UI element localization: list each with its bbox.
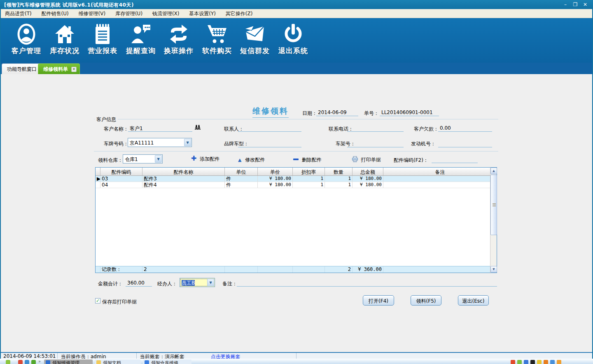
order-no-field[interactable]: LL2014060901-0001 (380, 108, 439, 116)
tray-icon[interactable] (530, 360, 535, 364)
notepad-icon (84, 22, 121, 46)
remark-label: 备注： (222, 280, 237, 287)
menu-item-cashflow-management[interactable]: 钱流管理(X) (148, 9, 184, 18)
toolbar-exit-system[interactable]: 退出系统 (274, 22, 312, 60)
taskbar-button[interactable]: 领智仓库维修 (143, 359, 191, 364)
open-button[interactable]: 打开(F4) (363, 295, 394, 306)
tray-icon[interactable] (517, 360, 522, 364)
status-bar: 2014-06-09 14:53:01 当前操作员：admin 当前账套：演示帐… (0, 352, 593, 359)
menu-item-other-operations[interactable]: 其它操作(Z) (222, 9, 257, 18)
close-button[interactable]: ✕ (581, 1, 590, 8)
tray-icon[interactable] (557, 360, 561, 364)
engine-field[interactable] (438, 139, 492, 147)
phone-field[interactable] (347, 124, 404, 132)
chevron-down-icon[interactable]: ▼ (207, 279, 214, 286)
check-icon: ✓ (96, 298, 100, 303)
triangle-up-icon: ▲ (238, 157, 241, 163)
restore-button[interactable]: ❐ (571, 1, 580, 8)
quicklaunch-icon[interactable] (18, 360, 23, 364)
app-icon (145, 360, 149, 364)
plate-label: 车牌号码： (104, 140, 128, 147)
cell-part-name: 配件3 (142, 176, 225, 182)
scroll-up-icon[interactable]: ▲ (490, 168, 497, 174)
quicklaunch-icon[interactable] (25, 360, 29, 364)
print-after-save-checkbox[interactable]: ✓ (95, 298, 100, 303)
vertical-scrollbar[interactable]: ▲ ▼ (490, 168, 497, 273)
taskbar-button-active[interactable]: 领智维修管理 (44, 359, 93, 364)
toolbar-shift-change[interactable]: 换班操作 (160, 22, 198, 60)
quicklaunch-icon[interactable] (6, 360, 10, 364)
chevron-down-icon[interactable]: ▼ (184, 139, 191, 146)
table-row[interactable]: 04 配件4 件 ¥ 180.00 1 1 ¥ 180.00 (96, 182, 497, 188)
operator-combobox[interactable]: 员工B ▼ (180, 278, 215, 287)
tab-repair-material-order[interactable]: 维修领料单 ✕ (38, 63, 80, 74)
date-field[interactable]: 2014-06-09 (316, 108, 358, 116)
remark-field[interactable] (237, 278, 497, 287)
customer-name-field[interactable]: 客户1 (128, 124, 192, 132)
scrollbar-thumb[interactable] (490, 175, 497, 235)
col-amount[interactable]: 总金额 (353, 168, 383, 175)
tab-function-navigation[interactable]: 功能导航窗口 (2, 63, 42, 74)
toolbar-business-report[interactable]: 营业报表 (84, 22, 121, 60)
debt-field[interactable]: 0.00 (438, 124, 492, 132)
contact-field[interactable] (238, 124, 301, 132)
menu-item-basic-settings[interactable]: 基本设置(Y) (185, 9, 220, 18)
cell-remark (383, 176, 497, 182)
tray-icon[interactable] (511, 360, 515, 364)
tray-icon[interactable] (537, 360, 542, 364)
toolbar-sms-broadcast[interactable]: 短信群发 (236, 22, 274, 60)
window-title: [领智]汽车维修管理系统 试用版v6.1(试用期还有40天) (4, 2, 134, 9)
vin-field[interactable] (347, 139, 404, 147)
col-unit[interactable]: 单位 (225, 168, 258, 175)
print-order-button[interactable]: 打印单据 (352, 156, 381, 163)
cell-part-name: 配件4 (142, 182, 225, 188)
tray-icon[interactable] (550, 360, 555, 364)
customer-groupbox-bottom-line (94, 151, 498, 152)
debt-label: 客户欠款： (414, 126, 439, 133)
toolbar-reminder-query[interactable]: 提醒查询 (122, 22, 160, 60)
folder-icon (96, 360, 101, 364)
tab-close-icon[interactable]: ✕ (71, 67, 77, 72)
minimize-button[interactable]: – (561, 1, 570, 8)
warehouse-combobox[interactable]: 仓库1 ▼ (123, 154, 163, 163)
menu-item-parts-sales[interactable]: 配件销售(U) (37, 9, 73, 18)
menu-item-repair-management[interactable]: 维修管理(V) (75, 9, 110, 18)
col-part-name[interactable]: 配件名称 (142, 168, 225, 175)
delete-part-button[interactable]: 删除配件 (293, 156, 322, 163)
taskbar-button[interactable]: 领智文档 (95, 359, 141, 364)
col-remark[interactable]: 备注 (383, 168, 497, 175)
edit-part-button[interactable]: ▲ 修改配件 (238, 156, 265, 163)
cell-unit: 件 (225, 182, 258, 188)
amount-total-field[interactable]: 360.00 (126, 278, 152, 287)
cell-part-code: 04 (100, 182, 142, 188)
col-quantity[interactable]: 数量 (325, 168, 353, 175)
quicklaunch-icon[interactable] (31, 360, 36, 364)
menu-item-goods-purchase[interactable]: 商品进货(T) (1, 9, 36, 18)
os-taskbar: » 领智维修管理 领智文档 领智仓库维修 (0, 359, 593, 364)
toolbar-inventory-status[interactable]: 库存状况 (46, 22, 84, 60)
parts-table: 配件编码 配件名称 单位 单价 折扣率 数量 总金额 备注 ▶ 03 配件3 件… (95, 167, 497, 273)
tray-icon[interactable] (524, 360, 528, 364)
model-field[interactable] (238, 139, 301, 147)
print-order-label: 打印单据 (361, 157, 381, 163)
tray-icon[interactable] (544, 360, 548, 364)
scroll-down-icon[interactable]: ▼ (490, 266, 497, 273)
chevron-down-icon[interactable]: ▼ (155, 155, 162, 163)
col-part-code[interactable]: 配件编码 (100, 168, 142, 175)
envelope-icon (236, 22, 274, 46)
toolbar-customer-management[interactable]: 客户管理 (7, 22, 45, 60)
exit-button[interactable]: 退出(Esc) (458, 295, 489, 306)
col-discount[interactable]: 折扣率 (293, 168, 325, 175)
plate-combobox[interactable]: 京A11111 ▼ (128, 138, 192, 147)
col-unit-price[interactable]: 单价 (258, 168, 293, 175)
menu-item-inventory-management[interactable]: 库存管理(U) (111, 9, 147, 18)
add-part-label: 添加配件 (200, 156, 219, 162)
customer-group-title: 客户信息 (95, 116, 118, 123)
issue-material-button[interactable]: 领料(F5) (411, 295, 441, 306)
table-row[interactable]: ▶ 03 配件3 件 ¥ 180.00 1 1 ¥ 180.00 (96, 176, 497, 182)
chevron-more-icon[interactable]: » (38, 359, 41, 364)
binoculars-search-icon[interactable] (194, 124, 201, 132)
add-part-button[interactable]: ✚ 添加配件 (191, 156, 219, 163)
toolbar-software-purchase[interactable]: 软件购买 (198, 22, 236, 60)
part-code-input[interactable] (432, 155, 478, 163)
